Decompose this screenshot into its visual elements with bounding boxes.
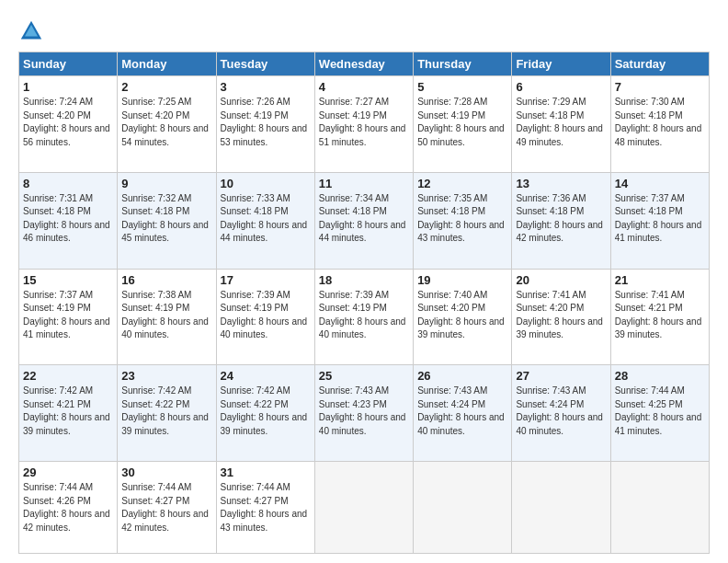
daylight-label: Daylight: 8 hours and 41 minutes. xyxy=(23,316,110,340)
calendar-cell: 13 Sunrise: 7:36 AM Sunset: 4:18 PM Dayl… xyxy=(512,172,610,269)
day-info: Sunrise: 7:37 AM Sunset: 4:19 PM Dayligh… xyxy=(23,289,113,342)
calendar-cell: 21 Sunrise: 7:41 AM Sunset: 4:21 PM Dayl… xyxy=(610,269,709,365)
day-number: 1 xyxy=(23,80,113,94)
page: SundayMondayTuesdayWednesdayThursdayFrid… xyxy=(0,0,728,563)
day-number: 29 xyxy=(23,465,113,479)
day-info: Sunrise: 7:42 AM Sunset: 4:22 PM Dayligh… xyxy=(121,385,211,438)
daylight-label: Daylight: 8 hours and 40 minutes. xyxy=(516,412,603,436)
sunset-label: Sunset: 4:20 PM xyxy=(516,303,584,313)
day-number: 5 xyxy=(417,80,507,94)
calendar-cell: 18 Sunrise: 7:39 AM Sunset: 4:19 PM Dayl… xyxy=(314,269,413,365)
calendar-cell: 25 Sunrise: 7:43 AM Sunset: 4:23 PM Dayl… xyxy=(314,365,413,462)
calendar-cell: 31 Sunrise: 7:44 AM Sunset: 4:27 PM Dayl… xyxy=(216,462,314,554)
sunset-label: Sunset: 4:22 PM xyxy=(121,399,189,409)
day-number: 26 xyxy=(417,369,507,383)
day-number: 18 xyxy=(319,273,409,287)
daylight-label: Daylight: 8 hours and 39 minutes. xyxy=(121,412,209,436)
daylight-label: Daylight: 8 hours and 39 minutes. xyxy=(417,316,505,340)
daylight-label: Daylight: 8 hours and 44 minutes. xyxy=(221,220,308,244)
day-info: Sunrise: 7:33 AM Sunset: 4:18 PM Dayligh… xyxy=(221,192,311,246)
sunset-label: Sunset: 4:18 PM xyxy=(121,206,189,216)
sunrise-label: Sunrise: 7:32 AM xyxy=(121,193,191,203)
calendar-cell: 14 Sunrise: 7:37 AM Sunset: 4:18 PM Dayl… xyxy=(610,172,709,269)
daylight-label: Daylight: 8 hours and 39 minutes. xyxy=(615,316,702,340)
daylight-label: Daylight: 8 hours and 43 minutes. xyxy=(221,509,308,533)
logo xyxy=(18,18,48,44)
sunset-label: Sunset: 4:23 PM xyxy=(319,399,387,409)
sunset-label: Sunset: 4:18 PM xyxy=(319,206,387,216)
day-info: Sunrise: 7:31 AM Sunset: 4:18 PM Dayligh… xyxy=(23,192,113,246)
sunrise-label: Sunrise: 7:30 AM xyxy=(615,97,685,107)
sunrise-label: Sunrise: 7:28 AM xyxy=(417,97,487,107)
sunrise-label: Sunrise: 7:36 AM xyxy=(516,193,586,203)
calendar-cell: 7 Sunrise: 7:30 AM Sunset: 4:18 PM Dayli… xyxy=(610,76,709,173)
sunrise-label: Sunrise: 7:44 AM xyxy=(23,482,93,492)
daylight-label: Daylight: 8 hours and 45 minutes. xyxy=(121,220,209,244)
daylight-label: Daylight: 8 hours and 39 minutes. xyxy=(516,316,603,340)
sunset-label: Sunset: 4:19 PM xyxy=(417,110,485,121)
calendar-cell: 2 Sunrise: 7:25 AM Sunset: 4:20 PM Dayli… xyxy=(118,76,216,173)
day-info: Sunrise: 7:42 AM Sunset: 4:22 PM Dayligh… xyxy=(221,385,311,438)
daylight-label: Daylight: 8 hours and 48 minutes. xyxy=(615,123,702,147)
sunset-label: Sunset: 4:18 PM xyxy=(516,110,584,121)
daylight-label: Daylight: 8 hours and 39 minutes. xyxy=(221,412,308,436)
day-info: Sunrise: 7:43 AM Sunset: 4:24 PM Dayligh… xyxy=(417,385,507,438)
day-info: Sunrise: 7:24 AM Sunset: 4:20 PM Dayligh… xyxy=(23,96,113,149)
sunrise-label: Sunrise: 7:40 AM xyxy=(417,290,487,300)
calendar-cell: 9 Sunrise: 7:32 AM Sunset: 4:18 PM Dayli… xyxy=(118,172,216,269)
day-info: Sunrise: 7:41 AM Sunset: 4:21 PM Dayligh… xyxy=(615,289,705,342)
calendar-cell xyxy=(512,462,610,554)
day-info: Sunrise: 7:29 AM Sunset: 4:18 PM Dayligh… xyxy=(516,96,606,149)
header xyxy=(18,15,710,44)
daylight-label: Daylight: 8 hours and 40 minutes. xyxy=(417,412,505,436)
day-number: 7 xyxy=(615,80,705,94)
calendar-cell: 3 Sunrise: 7:26 AM Sunset: 4:19 PM Dayli… xyxy=(216,76,314,173)
sunrise-label: Sunrise: 7:42 AM xyxy=(23,385,93,396)
day-info: Sunrise: 7:25 AM Sunset: 4:20 PM Dayligh… xyxy=(121,96,211,149)
day-info: Sunrise: 7:43 AM Sunset: 4:23 PM Dayligh… xyxy=(319,385,409,438)
day-info: Sunrise: 7:42 AM Sunset: 4:21 PM Dayligh… xyxy=(23,385,113,438)
calendar-cell: 8 Sunrise: 7:31 AM Sunset: 4:18 PM Dayli… xyxy=(19,172,118,269)
calendar-cell: 1 Sunrise: 7:24 AM Sunset: 4:20 PM Dayli… xyxy=(19,76,118,173)
sunrise-label: Sunrise: 7:24 AM xyxy=(23,97,93,107)
sunrise-label: Sunrise: 7:33 AM xyxy=(221,193,290,203)
sunset-label: Sunset: 4:19 PM xyxy=(221,303,289,313)
sunrise-label: Sunrise: 7:44 AM xyxy=(615,385,685,396)
day-number: 19 xyxy=(417,273,507,287)
day-info: Sunrise: 7:39 AM Sunset: 4:19 PM Dayligh… xyxy=(221,289,311,342)
calendar-cell xyxy=(314,462,413,554)
daylight-label: Daylight: 8 hours and 40 minutes. xyxy=(319,316,406,340)
sunset-label: Sunset: 4:27 PM xyxy=(121,496,189,506)
sunrise-label: Sunrise: 7:44 AM xyxy=(221,482,290,492)
sunset-label: Sunset: 4:19 PM xyxy=(319,110,387,121)
day-info: Sunrise: 7:34 AM Sunset: 4:18 PM Dayligh… xyxy=(319,192,409,246)
day-info: Sunrise: 7:40 AM Sunset: 4:20 PM Dayligh… xyxy=(417,289,507,342)
daylight-label: Daylight: 8 hours and 43 minutes. xyxy=(417,220,505,244)
week-row-1: 1 Sunrise: 7:24 AM Sunset: 4:20 PM Dayli… xyxy=(19,76,710,173)
day-number: 4 xyxy=(319,80,409,94)
sunrise-label: Sunrise: 7:43 AM xyxy=(516,385,586,396)
day-number: 9 xyxy=(121,177,211,190)
day-number: 3 xyxy=(221,80,311,94)
sunrise-label: Sunrise: 7:29 AM xyxy=(516,97,586,107)
sunrise-label: Sunrise: 7:37 AM xyxy=(615,193,685,203)
calendar-cell: 20 Sunrise: 7:41 AM Sunset: 4:20 PM Dayl… xyxy=(512,269,610,365)
day-info: Sunrise: 7:27 AM Sunset: 4:19 PM Dayligh… xyxy=(319,96,409,149)
daylight-label: Daylight: 8 hours and 56 minutes. xyxy=(23,123,110,147)
daylight-label: Daylight: 8 hours and 41 minutes. xyxy=(615,412,702,436)
daylight-label: Daylight: 8 hours and 41 minutes. xyxy=(615,220,702,244)
sunrise-label: Sunrise: 7:31 AM xyxy=(23,193,93,203)
calendar-cell: 4 Sunrise: 7:27 AM Sunset: 4:19 PM Dayli… xyxy=(314,76,413,173)
day-number: 8 xyxy=(23,177,113,190)
col-header-friday: Friday xyxy=(512,52,610,76)
day-info: Sunrise: 7:37 AM Sunset: 4:18 PM Dayligh… xyxy=(615,192,705,246)
day-number: 28 xyxy=(615,369,705,383)
daylight-label: Daylight: 8 hours and 49 minutes. xyxy=(516,123,603,147)
day-number: 23 xyxy=(121,369,211,383)
sunrise-label: Sunrise: 7:42 AM xyxy=(221,385,290,396)
sunrise-label: Sunrise: 7:27 AM xyxy=(319,97,389,107)
day-number: 20 xyxy=(516,273,606,287)
daylight-label: Daylight: 8 hours and 50 minutes. xyxy=(417,123,505,147)
day-info: Sunrise: 7:44 AM Sunset: 4:26 PM Dayligh… xyxy=(23,481,113,534)
day-info: Sunrise: 7:43 AM Sunset: 4:24 PM Dayligh… xyxy=(516,385,606,438)
